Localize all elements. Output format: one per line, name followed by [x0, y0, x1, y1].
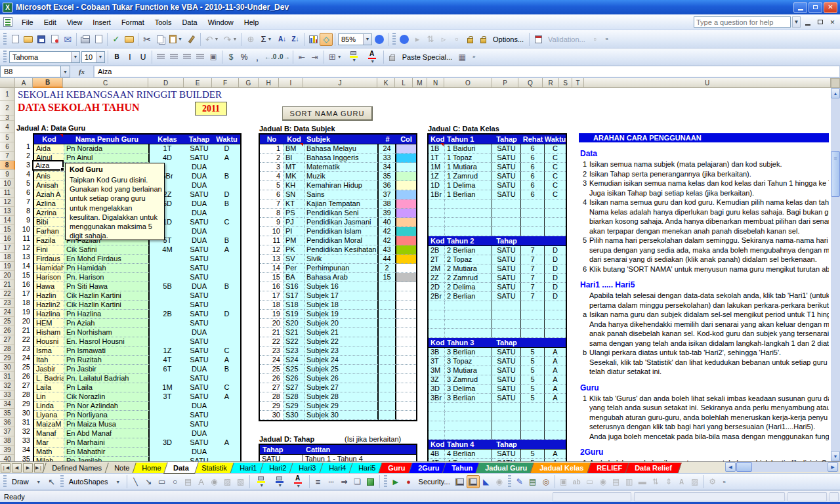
guru-waktu[interactable]: A	[213, 438, 240, 448]
subjek-color-swatch[interactable]	[396, 319, 416, 328]
kelas-empty-cell[interactable]	[445, 301, 492, 310]
subjek-no[interactable]: 10	[260, 227, 284, 236]
row-header-11[interactable]: 11	[0, 188, 15, 198]
kelas-tahap[interactable]: SATU	[492, 375, 521, 385]
row-header-15[interactable]: 15	[0, 225, 15, 234]
guru-kelas[interactable]	[150, 374, 185, 383]
subjek-count[interactable]: 24	[379, 144, 396, 154]
guru-row-number[interactable]: 31	[15, 418, 33, 427]
tab-data[interactable]: Data	[163, 462, 199, 474]
guru-nama[interactable]: Pn. Lailatul Badriah	[64, 374, 150, 383]
menu-file[interactable]: File	[16, 16, 39, 28]
column-header-n[interactable]: N	[427, 78, 444, 88]
guru-tahap[interactable]: SATU	[185, 319, 213, 328]
guru-row-number[interactable]: 1	[15, 142, 33, 152]
subjek-kod[interactable]: S23	[284, 346, 304, 356]
guru-tahap[interactable]: DUA	[185, 282, 213, 291]
guru-waktu[interactable]	[213, 337, 240, 346]
subjek-count[interactable]: 15	[379, 273, 396, 282]
guru-kod[interactable]: Hisham	[34, 328, 64, 337]
properties-icon[interactable]: ▤	[526, 475, 539, 488]
subjek-count[interactable]: 36	[379, 181, 396, 190]
subjek-nama[interactable]: Subjek 23	[304, 346, 379, 356]
guru-waktu[interactable]: B	[213, 365, 240, 374]
subjek-kod[interactable]: SV	[284, 255, 304, 264]
commandbutton-control-icon[interactable]: ▭	[583, 475, 597, 488]
subjek-nama[interactable]: Bahasa Melayu	[304, 144, 379, 154]
subjek-kod[interactable]: KT	[284, 200, 304, 209]
subjek-no[interactable]: 29	[260, 402, 284, 411]
guru-kod[interactable]: Fazila	[34, 236, 64, 245]
kelas-kod[interactable]: 1Z	[429, 172, 445, 181]
kelas-empty-cell[interactable]	[521, 209, 545, 218]
kelas-rehat[interactable]: 7	[521, 264, 545, 274]
kelas-nama[interactable]: 2 Delima	[445, 283, 492, 292]
subjek-count[interactable]	[379, 337, 396, 346]
kelas-rehat[interactable]: 6	[521, 181, 545, 190]
guru-nama[interactable]: Pn Ainul	[64, 154, 150, 163]
row-header-32[interactable]: 32	[0, 381, 15, 390]
kelas-empty-cell[interactable]	[445, 200, 492, 209]
guru-kod[interactable]: Hazlina	[34, 310, 64, 319]
guru-tahap[interactable]: DUA	[185, 328, 213, 337]
column-header-u[interactable]: U	[584, 78, 831, 88]
sort-nama-guru-button[interactable]: SORT NAMA GURU	[282, 106, 373, 121]
kelas-waktu[interactable]: C	[545, 181, 566, 190]
column-header-r[interactable]: R	[543, 78, 559, 88]
kelas-waktu[interactable]: D	[545, 264, 566, 274]
align-left-icon[interactable]	[154, 51, 167, 64]
kelas-empty-cell[interactable]	[429, 329, 445, 338]
menu-edit[interactable]: Edit	[39, 16, 62, 28]
kelas-waktu[interactable]: A	[545, 394, 566, 403]
subjek-nama[interactable]: Subjek 20	[304, 319, 379, 328]
kelas-empty-cell[interactable]	[545, 200, 566, 209]
guru-row-number[interactable]: 27	[15, 381, 33, 390]
guru-kod[interactable]: L. Badrial	[34, 374, 64, 383]
kelas-nama[interactable]: 3 Zamrud	[445, 375, 492, 385]
kelas-waktu[interactable]: C	[545, 163, 566, 172]
kelas-rehat[interactable]: 7	[521, 292, 545, 301]
subjek-nama[interactable]: Subjek 28	[304, 392, 379, 402]
guru-tahap[interactable]: SATU	[185, 218, 213, 227]
guru-kelas[interactable]: 2B	[150, 310, 185, 319]
selected-cell-b8[interactable]: Aiza	[32, 160, 64, 171]
row-header-3[interactable]: 3	[0, 116, 15, 121]
arrow-style-icon[interactable]: ⇒	[338, 475, 351, 488]
subjek-count[interactable]	[379, 310, 396, 319]
subjek-kod[interactable]: S17	[284, 291, 304, 301]
kelas-empty-cell[interactable]	[445, 209, 492, 218]
subjek-nama[interactable]: Perhimpunan	[304, 264, 379, 273]
kelas-kod[interactable]: 3D	[429, 385, 445, 394]
subjek-no[interactable]: 13	[260, 255, 284, 264]
kelas-waktu[interactable]: D	[545, 246, 566, 255]
row-header-1[interactable]: 1	[0, 88, 15, 101]
subjek-nama[interactable]: Matematik	[304, 163, 379, 172]
kelas-empty-cell[interactable]	[545, 329, 566, 338]
question-dropdown-icon[interactable]: ▼	[792, 16, 801, 28]
research-icon[interactable]	[123, 33, 136, 46]
decrease-indent-icon[interactable]: ⇤	[295, 51, 308, 64]
subjek-kod[interactable]: BI	[284, 154, 304, 163]
guru-tahap[interactable]: DUA	[185, 236, 213, 245]
subjek-no[interactable]: 27	[260, 383, 284, 392]
row-header-25[interactable]: 25	[0, 317, 15, 326]
row-header-28[interactable]: 28	[0, 345, 15, 354]
font-color-icon[interactable]: A▼	[363, 51, 381, 64]
row-header-2[interactable]: 2	[0, 101, 15, 116]
protect-book-icon[interactable]	[476, 33, 490, 46]
subjek-count[interactable]: 35	[379, 172, 396, 181]
scroll-up-icon[interactable]: ▲	[831, 88, 840, 98]
guru-tahap[interactable]: DUA	[185, 429, 213, 438]
kelas-rehat[interactable]: 5	[521, 375, 545, 385]
tab-prev-icon[interactable]: ◀	[12, 463, 22, 472]
row-header-6[interactable]: 6	[0, 142, 15, 152]
guru-nama[interactable]: Pn Marhaini	[64, 438, 150, 448]
row-header-7[interactable]: 7	[0, 152, 15, 161]
guru-row-number[interactable]: 4	[15, 170, 33, 179]
guru-tahap[interactable]: SATU	[185, 457, 213, 461]
kelas-tahap[interactable]: SATU	[492, 264, 521, 274]
column-header-i[interactable]: I	[279, 78, 303, 88]
kelas-empty-cell[interactable]	[429, 430, 445, 440]
lock-cell-icon[interactable]	[386, 51, 399, 64]
guru-kelas[interactable]: 4T	[150, 356, 185, 365]
